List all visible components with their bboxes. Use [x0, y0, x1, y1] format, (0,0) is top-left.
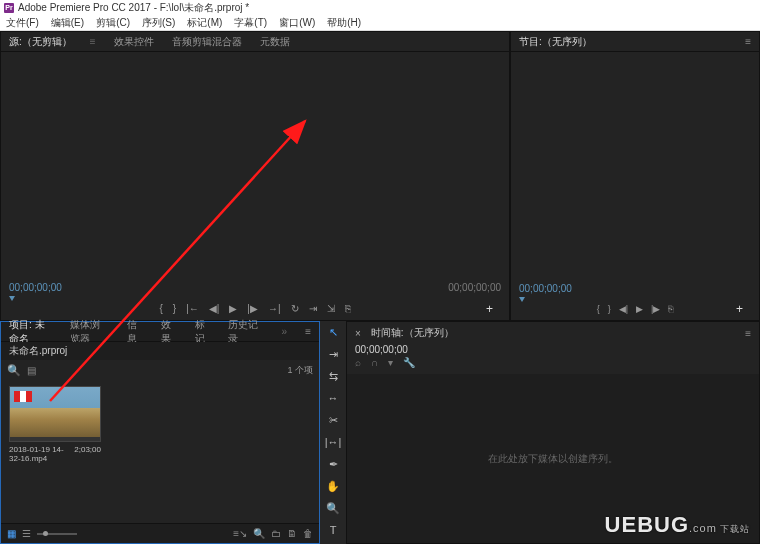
source-timecode-right: 00;00;00;00 — [448, 282, 501, 293]
source-panel-tabs: 源:（无剪辑） ≡ 效果控件 音频剪辑混合器 元数据 — [1, 32, 509, 52]
timeline-panel-menu-icon[interactable]: ≡ — [745, 328, 751, 339]
source-timecode-left: 00;00;00;00 — [9, 282, 62, 293]
ripple-edit-tool[interactable]: ⇆ — [324, 369, 342, 383]
p-play[interactable]: ▶ — [636, 304, 643, 314]
rate-stretch-tool[interactable]: ↔ — [324, 391, 342, 405]
add-button-icon[interactable]: + — [486, 302, 493, 316]
source-monitor-viewport[interactable] — [1, 52, 509, 280]
watermark: UEBUG.com 下载站 — [605, 512, 750, 538]
insert-button[interactable]: ⇥ — [309, 303, 317, 314]
tab-source[interactable]: 源:（无剪辑） — [9, 35, 72, 49]
zoom-tool[interactable]: 🔍 — [324, 501, 342, 515]
p-step-back[interactable]: ◀| — [619, 304, 628, 314]
type-tool[interactable]: T — [324, 523, 342, 537]
selection-tool[interactable]: ↖ — [324, 325, 342, 339]
play-button[interactable]: ▶ — [229, 303, 237, 314]
app-icon: Pr — [4, 3, 14, 13]
list-view-icon[interactable]: ☰ — [22, 528, 31, 539]
go-to-out-button[interactable]: →| — [268, 303, 281, 314]
menu-title[interactable]: 字幕(T) — [234, 16, 267, 30]
p-add-button-icon[interactable]: + — [736, 302, 743, 316]
go-to-in-button[interactable]: |← — [186, 303, 199, 314]
menubar: 文件(F) 编辑(E) 剪辑(C) 序列(S) 标记(M) 字幕(T) 窗口(W… — [0, 15, 760, 31]
snap-toggle-icon[interactable]: ⌕ — [355, 357, 361, 368]
pen-tool[interactable]: ✒ — [324, 457, 342, 471]
bin-icon[interactable]: ▤ — [27, 365, 36, 376]
panel-menu-icon[interactable]: ≡ — [745, 36, 751, 47]
menu-file[interactable]: 文件(F) — [6, 16, 39, 30]
new-item-icon[interactable]: 🗎 — [287, 528, 297, 539]
project-bin[interactable]: 2018-01-19 14-32-16.mp4 2;03;00 — [1, 380, 319, 523]
project-file-name: 未命名.prproj — [9, 344, 67, 358]
track-select-tool[interactable]: ⇥ — [324, 347, 342, 361]
menu-sequence[interactable]: 序列(S) — [142, 16, 175, 30]
clip-item[interactable]: 2018-01-19 14-32-16.mp4 2;03;00 — [9, 386, 101, 463]
menu-edit[interactable]: 编辑(E) — [51, 16, 84, 30]
mark-out-button[interactable]: } — [173, 303, 176, 314]
program-monitor-panel: 节目:（无序列） ≡ 00;00;00;00 { } ◀| ▶ |▶ ⎘ + — [510, 31, 760, 321]
project-panel: 项目: 未命名 媒体浏览器 信息 效果 标记 历史记录 » ≡ 未命名.prpr… — [0, 321, 320, 544]
loop-button[interactable]: ↻ — [291, 303, 299, 314]
step-forward-button[interactable]: |▶ — [247, 303, 258, 314]
menu-clip[interactable]: 剪辑(C) — [96, 16, 130, 30]
window-title: Adobe Premiere Pro CC 2017 - F:\lol\未命名.… — [18, 1, 249, 15]
source-transport: { } |← ◀| ▶ |▶ →| ↻ ⇥ ⇲ ⎘ + — [9, 303, 501, 316]
menu-help[interactable]: 帮助(H) — [327, 16, 361, 30]
menu-window[interactable]: 窗口(W) — [279, 16, 315, 30]
icon-view-icon[interactable]: ▦ — [7, 528, 16, 539]
overwrite-button[interactable]: ⇲ — [327, 303, 335, 314]
p-export[interactable]: ⎘ — [668, 304, 673, 314]
razor-tool[interactable]: ✂ — [324, 413, 342, 427]
mark-in-button[interactable]: { — [159, 303, 162, 314]
program-monitor-viewport[interactable] — [511, 52, 759, 280]
timeline-settings-icon[interactable]: 🔧 — [403, 357, 415, 368]
window-titlebar: Pr Adobe Premiere Pro CC 2017 - F:\lol\未… — [0, 0, 760, 15]
program-timecode-left: 00;00;00;00 — [519, 283, 572, 294]
program-transport: { } ◀| ▶ |▶ ⎘ + — [519, 304, 751, 316]
hand-tool[interactable]: ✋ — [324, 479, 342, 493]
tab-program[interactable]: 节目:（无序列） — [519, 35, 592, 49]
delete-icon[interactable]: 🗑 — [303, 528, 313, 539]
automate-to-sequence-icon[interactable]: ≡↘ — [233, 528, 247, 539]
slip-tool[interactable]: |↔| — [324, 435, 342, 449]
timeline-panel: × 时间轴:（无序列） ≡ 00;00;00;00 ⌕ ∩ ▾ 🔧 在此处放下媒… — [346, 321, 760, 544]
timeline-tab[interactable]: 时间轴:（无序列） — [371, 326, 454, 340]
clip-thumbnail[interactable] — [9, 386, 101, 442]
step-back-button[interactable]: ◀| — [209, 303, 220, 314]
linked-selection-icon[interactable]: ∩ — [371, 357, 378, 368]
new-bin-icon[interactable]: 🗀 — [271, 528, 281, 539]
timeline-timecode[interactable]: 00;00;00;00 — [355, 344, 408, 355]
p-mark-in[interactable]: { — [597, 304, 600, 314]
find-icon[interactable]: 🔍 — [253, 528, 265, 539]
timeline-empty-hint: 在此处放下媒体以创建序列。 — [488, 452, 618, 466]
p-step-fwd[interactable]: |▶ — [651, 304, 660, 314]
export-frame-button[interactable]: ⎘ — [345, 303, 351, 314]
p-mark-out[interactable]: } — [608, 304, 611, 314]
tab-audio-clip-mixer[interactable]: 音频剪辑混合器 — [172, 35, 242, 49]
source-monitor-panel: 源:（无剪辑） ≡ 效果控件 音频剪辑混合器 元数据 00;00;00;00 0… — [0, 31, 510, 321]
item-count: 1 个项 — [287, 364, 313, 377]
tab-effect-controls[interactable]: 效果控件 — [114, 35, 154, 49]
thumbnail-size-slider[interactable] — [37, 533, 77, 535]
tab-metadata[interactable]: 元数据 — [260, 35, 290, 49]
clip-name: 2018-01-19 14-32-16.mp4 — [9, 445, 74, 463]
tool-palette: ↖ ⇥ ⇆ ↔ ✂ |↔| ✒ ✋ 🔍 T — [320, 321, 346, 544]
workspace: 源:（无剪辑） ≡ 效果控件 音频剪辑混合器 元数据 00;00;00;00 0… — [0, 31, 760, 544]
menu-marker[interactable]: 标记(M) — [187, 16, 222, 30]
add-marker-icon[interactable]: ▾ — [388, 357, 393, 368]
clip-duration: 2;03;00 — [74, 445, 101, 463]
search-icon[interactable]: 🔍 — [7, 364, 21, 377]
project-panel-menu-icon[interactable]: ≡ — [305, 326, 311, 337]
